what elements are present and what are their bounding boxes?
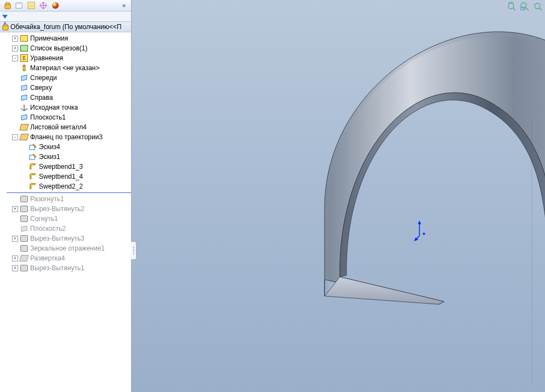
- tree-node-label: Зеркальное отражение1: [30, 243, 105, 253]
- expand-toggle[interactable]: +: [12, 206, 18, 212]
- svg-rect-5: [29, 3, 33, 8]
- tree-node-sweptbend22[interactable]: Sweptbend2_2: [0, 181, 131, 191]
- expand-toggle[interactable]: -: [12, 55, 18, 61]
- tree-node-label: Справа: [30, 93, 53, 103]
- expand-toggle: [12, 115, 18, 121]
- tree-node-sketch4[interactable]: Эскиз4: [0, 142, 131, 152]
- graphics-viewport[interactable]: ✦: [132, 0, 545, 392]
- tree-node-label: Эскиз4: [39, 142, 60, 152]
- feature-icon: [20, 264, 29, 272]
- expand-toggle[interactable]: +: [12, 236, 18, 242]
- tree-node-annot[interactable]: +Примечания: [0, 33, 131, 43]
- tree-node-label: Материал <не указан>: [30, 63, 99, 73]
- tree-node-plane1[interactable]: Плоскость1: [0, 112, 131, 122]
- tree-node-origin[interactable]: Исходная точка: [0, 103, 131, 112]
- model-graphic: [274, 5, 545, 389]
- expand-toggle: [12, 95, 18, 101]
- tab-property-manager[interactable]: [13, 0, 25, 11]
- expand-toggle[interactable]: +: [12, 36, 18, 42]
- expand-toggle: [12, 196, 18, 202]
- feature-icon: [20, 204, 29, 213]
- tree-node-sweptflange3[interactable]: -Фланец по траектории3: [0, 132, 131, 142]
- filter-bar[interactable]: [0, 12, 131, 22]
- tab-feature-tree[interactable]: [1, 0, 13, 11]
- tree-node-label: Листовой металл4: [30, 122, 87, 132]
- svg-marker-12: [21, 75, 27, 81]
- tree-node-sketch1[interactable]: Эскиз1: [0, 152, 131, 162]
- tree-node-label: Плоскость1: [30, 112, 66, 122]
- feature-icon: [20, 214, 29, 223]
- tree-node-flat4[interactable]: +Развертка4: [0, 253, 131, 263]
- root-label: Обечайка_forum (По умолчанию<<П: [10, 23, 122, 31]
- expand-toggle[interactable]: +: [12, 255, 18, 262]
- sketch-icon: [29, 143, 37, 151]
- tree-node-label: Согнуть1: [30, 214, 58, 224]
- svg-point-9: [52, 2, 59, 9]
- tree-node-cutext1[interactable]: +Вырез-Вытянуть1: [0, 263, 131, 273]
- tree-node-cutext2[interactable]: +Вырез-Вытянуть2: [0, 204, 131, 214]
- expand-toggle: [12, 85, 18, 91]
- tree-node-mirror1[interactable]: Зеркальное отражение1: [0, 243, 131, 253]
- tree-node-sheetmetal4[interactable]: Листовой металл4: [0, 122, 131, 132]
- tree-node-label: Уравнения: [30, 53, 63, 63]
- tree-node-top[interactable]: Сверху: [0, 83, 131, 93]
- tree-node-sweptbend13[interactable]: Sweptbend1_3: [0, 162, 131, 172]
- tree-node-unfold1[interactable]: Разогнуть1: [0, 194, 131, 204]
- feature-manager-panel: » Обечайка_forum (По умолчанию<<П +Приме…: [0, 0, 132, 392]
- tree-node-plane2[interactable]: Плоскость2: [0, 224, 131, 234]
- tree-node-sweptbend14[interactable]: Sweptbend1_4: [0, 172, 131, 181]
- bend-icon: [29, 172, 37, 181]
- expand-toggle: [21, 144, 27, 150]
- tab-configuration-manager[interactable]: [25, 0, 37, 11]
- feature-icon: [20, 234, 29, 243]
- svg-marker-34: [418, 220, 421, 224]
- tree-node-fold1[interactable]: Согнуть1: [0, 214, 131, 224]
- expand-toggle: [12, 75, 18, 81]
- rollback-bar[interactable]: [7, 192, 131, 193]
- tree-root-row[interactable]: Обечайка_forum (По умолчанию<<П: [0, 22, 131, 32]
- plane-icon: [20, 93, 29, 102]
- tree-node-label: Вырез-Вытянуть3: [30, 234, 84, 243]
- svg-line-16: [21, 109, 24, 111]
- mat-icon: [20, 64, 29, 72]
- expand-toggle[interactable]: +: [12, 46, 18, 52]
- tab-render[interactable]: [49, 0, 61, 11]
- panel-resize-grip[interactable]: [131, 241, 137, 260]
- bend-icon: [29, 162, 37, 171]
- tree-node-right[interactable]: Справа: [0, 93, 131, 103]
- feature-icon: [20, 195, 29, 203]
- sheet-icon: [20, 133, 29, 141]
- tree-node-cutlist[interactable]: +Список вырезов(1): [0, 43, 131, 53]
- expand-toggle[interactable]: +: [12, 265, 18, 271]
- sigma-icon: Σ: [20, 54, 29, 63]
- tree-node-equations[interactable]: -ΣУравнения: [0, 53, 131, 63]
- plane-icon: [20, 73, 29, 82]
- expand-toggle: [21, 174, 27, 180]
- svg-text:✦: ✦: [422, 231, 426, 237]
- svg-rect-19: [30, 145, 35, 150]
- tree-node-label: Sweptbend1_4: [39, 172, 83, 181]
- tab-dimxpert[interactable]: [37, 0, 49, 11]
- sketch-icon: [29, 152, 37, 161]
- panel-expand-button[interactable]: »: [118, 0, 130, 11]
- expand-toggle[interactable]: -: [12, 134, 18, 140]
- expand-toggle: [21, 164, 27, 170]
- svg-rect-1: [6, 3, 9, 4]
- box-icon: [20, 34, 29, 43]
- origin-triad-icon: ✦: [414, 219, 430, 241]
- sheetsupp-icon: [20, 254, 29, 263]
- filter-icon: [1, 13, 9, 20]
- tree-node-cutext3[interactable]: +Вырез-Вытянуть3: [0, 234, 131, 243]
- sheet-icon: [20, 123, 29, 132]
- tree-node-label: Список вырезов(1): [30, 43, 87, 53]
- tree-node-label: Sweptbend1_3: [39, 162, 83, 172]
- expand-toggle: [21, 154, 27, 160]
- expand-toggle: [21, 184, 27, 190]
- tree-node-label: Исходная точка: [30, 103, 78, 112]
- feature-icon: [20, 244, 29, 253]
- tree-node-material[interactable]: Материал <не указан>: [0, 63, 131, 73]
- tree-node-label: Плоскость2: [30, 224, 66, 234]
- svg-marker-18: [21, 115, 27, 120]
- svg-marker-13: [21, 85, 27, 90]
- tree-node-front[interactable]: Спереди: [0, 73, 131, 83]
